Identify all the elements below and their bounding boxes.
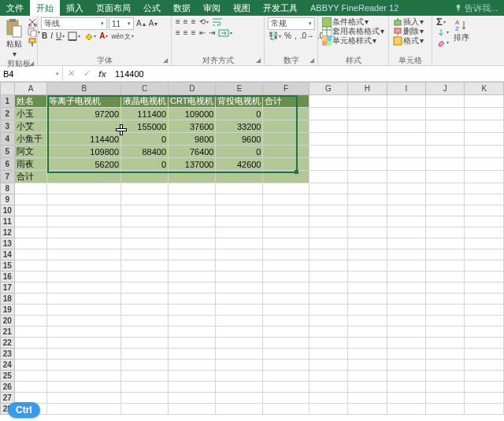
col-header-G[interactable]: G — [309, 83, 348, 95]
row-header-10[interactable]: 10 — [1, 205, 15, 216]
cell-H14[interactable] — [348, 249, 387, 260]
cell-C4[interactable]: 0 — [121, 133, 169, 146]
cell-B5[interactable]: 109800 — [47, 146, 121, 158]
cell-B15[interactable] — [47, 260, 121, 271]
formula-input[interactable]: 114400 — [110, 66, 504, 81]
cell-D4[interactable]: 9800 — [169, 133, 216, 146]
cell-K9[interactable] — [465, 194, 504, 205]
row-header-7[interactable]: 7 — [1, 171, 15, 183]
cell-B2[interactable]: 97200 — [47, 108, 121, 120]
cell-A7[interactable]: 合计 — [14, 171, 47, 183]
number-dialog-launcher[interactable]: ◢ — [309, 56, 314, 65]
cell-I9[interactable] — [387, 194, 425, 205]
cell-G9[interactable] — [309, 194, 348, 205]
cell-H17[interactable] — [348, 283, 387, 294]
col-header-J[interactable]: J — [426, 83, 465, 95]
cell-F14[interactable] — [263, 249, 309, 260]
comma-button[interactable]: , — [294, 31, 298, 41]
cell-I1[interactable] — [387, 95, 425, 108]
cell-G11[interactable] — [309, 216, 348, 227]
cell-E2[interactable]: 0 — [216, 108, 263, 120]
cell-B14[interactable] — [47, 249, 121, 260]
cell-F26[interactable] — [263, 382, 309, 393]
cell-I2[interactable] — [387, 108, 425, 120]
cell-G15[interactable] — [309, 260, 348, 271]
cell-D16[interactable] — [169, 271, 216, 283]
font-dialog-launcher[interactable]: ◢ — [163, 56, 168, 65]
cell-K22[interactable] — [465, 338, 504, 349]
cell-A9[interactable] — [14, 194, 47, 205]
cell-H22[interactable] — [348, 338, 387, 349]
decrease-font-button[interactable]: A▾ — [148, 19, 159, 28]
row-header-21[interactable]: 21 — [1, 327, 15, 338]
clear-button[interactable]: ▾ — [435, 38, 450, 47]
cell-G10[interactable] — [309, 205, 348, 216]
cell-F5[interactable] — [263, 146, 309, 158]
cell-F2[interactable] — [263, 108, 309, 120]
align-center-button[interactable]: ≡ — [183, 28, 189, 38]
cell-I25[interactable] — [387, 371, 425, 382]
cell-K7[interactable] — [465, 171, 504, 183]
cell-H5[interactable] — [348, 146, 387, 158]
cell-J19[interactable] — [426, 305, 465, 316]
addon-tab[interactable]: ABBYY FineReader 12 — [310, 3, 398, 13]
cell-A16[interactable] — [14, 271, 47, 283]
col-header-D[interactable]: D — [169, 83, 216, 95]
row-header-12[interactable]: 12 — [1, 227, 15, 238]
cell-C17[interactable] — [121, 283, 169, 294]
cell-K5[interactable] — [465, 146, 504, 158]
cell-E20[interactable] — [216, 316, 263, 327]
cell-H15[interactable] — [348, 260, 387, 271]
cell-B4[interactable]: 114400 — [47, 133, 121, 146]
row-header-11[interactable]: 11 — [1, 216, 15, 227]
cell-G18[interactable] — [309, 294, 348, 305]
cell-G16[interactable] — [309, 271, 348, 283]
cell-J26[interactable] — [426, 382, 465, 393]
cell-D28[interactable] — [169, 404, 216, 415]
cell-E26[interactable] — [216, 382, 263, 393]
cell-D5[interactable]: 76400 — [169, 146, 216, 158]
cell-I24[interactable] — [387, 360, 425, 371]
merge-button[interactable]: ▾ — [217, 28, 233, 38]
bold-button[interactable]: B — [41, 31, 48, 41]
cell-E25[interactable] — [216, 371, 263, 382]
cell-H11[interactable] — [348, 216, 387, 227]
cell-D27[interactable] — [169, 393, 216, 404]
cell-G1[interactable] — [309, 95, 348, 108]
cell-H6[interactable] — [348, 158, 387, 171]
cell-J7[interactable] — [426, 171, 465, 183]
cell-G7[interactable] — [309, 171, 348, 183]
cell-C18[interactable] — [121, 294, 169, 305]
cell-E3[interactable]: 33200 — [216, 120, 263, 133]
ribbon-tab-8[interactable]: 开发工具 — [257, 0, 304, 16]
cell-A17[interactable] — [14, 283, 47, 294]
cell-B6[interactable]: 56200 — [47, 158, 121, 171]
cell-I18[interactable] — [387, 294, 425, 305]
cell-F1[interactable]: 合计 — [263, 95, 309, 108]
cell-K13[interactable] — [465, 238, 504, 249]
cell-G23[interactable] — [309, 349, 348, 360]
cell-E11[interactable] — [216, 216, 263, 227]
cell-D17[interactable] — [169, 283, 216, 294]
increase-font-button[interactable]: A▴ — [135, 19, 146, 28]
alignment-dialog-launcher[interactable]: ◢ — [256, 56, 261, 65]
cell-I15[interactable] — [387, 260, 425, 271]
cell-D12[interactable] — [169, 227, 216, 238]
cell-K15[interactable] — [465, 260, 504, 271]
tell-me-search[interactable]: 告诉我... — [454, 2, 498, 14]
ribbon-tab-6[interactable]: 审阅 — [197, 0, 227, 16]
cell-E23[interactable] — [216, 349, 263, 360]
cell-K27[interactable] — [465, 393, 504, 404]
cell-E10[interactable] — [216, 205, 263, 216]
cell-F25[interactable] — [263, 371, 309, 382]
cell-F7[interactable] — [263, 171, 309, 183]
phonetic-button[interactable]: wén文▾ — [110, 31, 134, 41]
cell-J16[interactable] — [426, 271, 465, 283]
cell-F11[interactable] — [263, 216, 309, 227]
cell-D3[interactable]: 37600 — [169, 120, 216, 133]
cell-C5[interactable]: 88400 — [121, 146, 169, 158]
sort-filter-button[interactable]: AZ 排序 — [451, 17, 472, 44]
col-header-F[interactable]: F — [263, 83, 309, 95]
cell-A6[interactable]: 雨夜 — [14, 158, 47, 171]
cell-styles-button[interactable]: 单元格样式▾ — [321, 36, 377, 46]
